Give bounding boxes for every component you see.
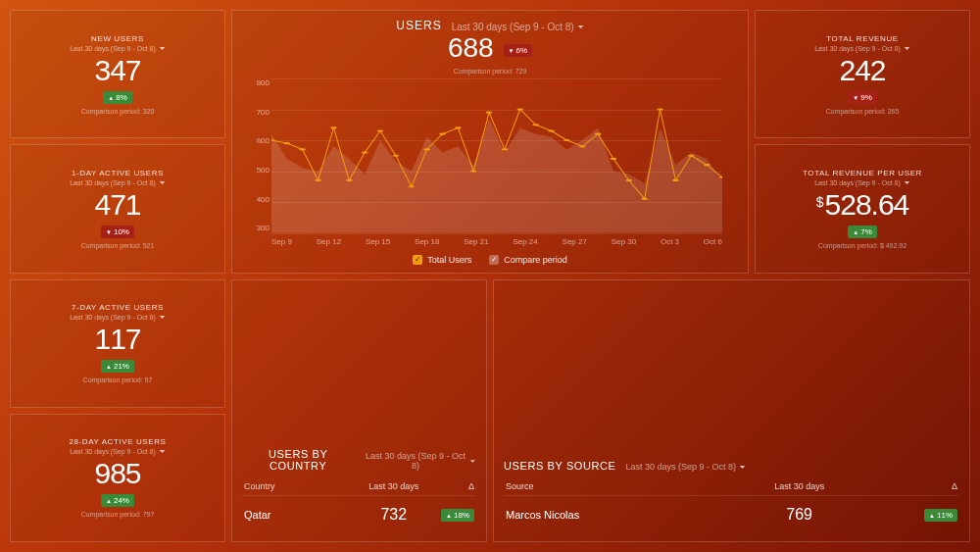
svg-point-22 (611, 158, 616, 160)
row-delta: 11% (867, 508, 957, 522)
col-header: Δ (867, 481, 957, 491)
card-new-users: NEW USERS Last 30 days (Sep 9 - Oct 8) 3… (10, 10, 225, 138)
delta-badge: 9% (848, 91, 877, 104)
svg-point-15 (502, 148, 508, 150)
svg-point-8 (393, 155, 399, 157)
line-chart-svg (271, 78, 722, 233)
card-users-by-country: USERS BY COUNTRY Last 30 days (Sep 9 - O… (231, 279, 487, 543)
comparison-text: Comparison period: 797 (81, 511, 155, 518)
arrow-up-icon (108, 93, 114, 102)
svg-point-10 (423, 148, 429, 150)
svg-point-16 (517, 108, 523, 110)
period-selector[interactable]: Last 30 days (Sep 9 - Oct 8) (70, 45, 166, 52)
svg-point-26 (672, 179, 678, 181)
table-row[interactable]: Marcos Nicolas 769 11% (504, 496, 959, 533)
table-row[interactable]: Qatar 732 18% (242, 496, 476, 533)
stat-value: 985 (94, 457, 140, 490)
row-delta: 18% (428, 508, 474, 522)
chevron-down-icon (577, 24, 584, 30)
period-selector[interactable]: Last 30 days (Sep 9 - Oct 8) (626, 462, 747, 472)
chevron-down-icon (904, 45, 910, 52)
svg-point-6 (362, 151, 368, 153)
chart-plot-area: 800700600500400300 Sep 9Sep 12Sep 15Sep … (271, 78, 722, 251)
table-header-row: Country Last 30 days Δ (242, 477, 476, 496)
arrow-down-icon (106, 227, 112, 236)
svg-point-28 (704, 164, 710, 166)
card-users-by-source: USERS BY SOURCE Last 30 days (Sep 9 - Oc… (493, 279, 970, 543)
period-selector[interactable]: Last 30 days (Sep 9 - Oct 8) (70, 314, 166, 321)
currency-symbol: $ (816, 194, 823, 210)
svg-point-2 (300, 148, 306, 150)
x-axis: Sep 9Sep 12Sep 15Sep 18Sep 21Sep 24Sep 2… (271, 237, 722, 251)
period-selector[interactable]: Last 30 days (Sep 9 - Oct 8) (814, 179, 910, 186)
checkbox-icon: ✓ (413, 255, 422, 265)
delta-badge: 10% (101, 226, 134, 238)
stat-title: 28-DAY ACTIVE USERS (69, 437, 166, 446)
svg-point-13 (470, 170, 476, 172)
delta-badge: 21% (101, 360, 134, 373)
chart-legend: ✓Total Users ✓Compare period (242, 255, 738, 265)
card-revenue-per-user: TOTAL REVENUE PER USER Last 30 days (Sep… (755, 144, 970, 273)
legend-item-total[interactable]: ✓Total Users (413, 255, 471, 265)
col-header: Δ (428, 481, 474, 491)
stat-title: TOTAL REVENUE PER USER (803, 169, 922, 177)
svg-point-23 (626, 179, 632, 181)
period-selector[interactable]: Last 30 days (Sep 9 - Oct 8) (452, 22, 584, 32)
row-value: 732 (360, 506, 429, 524)
svg-point-21 (595, 133, 601, 135)
chevron-down-icon (159, 179, 166, 186)
svg-point-4 (330, 126, 336, 128)
stat-value: 117 (94, 323, 140, 356)
svg-point-20 (579, 145, 585, 147)
stat-title: TOTAL REVENUE (826, 34, 898, 43)
svg-point-5 (346, 179, 352, 181)
stat-value: 471 (94, 188, 140, 222)
legend-item-compare[interactable]: ✓Compare period (489, 255, 567, 265)
stat-title: NEW USERS (91, 34, 144, 43)
comparison-text: Comparison period: 729 (242, 68, 738, 75)
period-selector[interactable]: Last 30 days (Sep 9 - Oct 8) (70, 448, 166, 455)
svg-point-24 (641, 198, 647, 200)
stat-value: $528.64 (816, 188, 909, 222)
arrow-up-icon (106, 496, 112, 505)
arrow-up-icon (106, 362, 112, 371)
col-header: Source (506, 481, 732, 491)
chart-title: USERS (396, 19, 441, 32)
svg-point-27 (688, 155, 694, 157)
delta-badge: 24% (101, 494, 134, 507)
row-name: Marcos Nicolas (506, 509, 732, 521)
period-selector[interactable]: Last 30 days (Sep 9 - Oct 8) (364, 451, 476, 471)
arrow-up-icon (446, 511, 452, 520)
chevron-down-icon (904, 179, 910, 186)
chevron-down-icon (159, 45, 166, 52)
card-28day-active: 28-DAY ACTIVE USERS Last 30 days (Sep 9 … (10, 414, 225, 542)
comparison-text: Comparison period: $ 492.92 (818, 242, 906, 249)
col-header: Country (244, 481, 360, 491)
chevron-down-icon (159, 448, 166, 455)
delta-badge: 8% (103, 91, 132, 104)
stat-value: 347 (94, 54, 140, 87)
comparison-text: Comparison period: 521 (81, 242, 155, 249)
delta-badge: 6% (504, 44, 533, 57)
card-7day-active: 7-DAY ACTIVE USERS Last 30 days (Sep 9 -… (10, 279, 225, 408)
card-users-chart: USERS Last 30 days (Sep 9 - Oct 8) 688 6… (231, 10, 749, 274)
svg-point-1 (284, 142, 290, 144)
stat-value: 242 (839, 54, 885, 87)
comparison-text: Comparison period: 320 (81, 108, 155, 115)
table-header-row: Source Last 30 days Δ (504, 477, 959, 496)
chevron-down-icon (469, 458, 476, 465)
svg-point-25 (657, 108, 662, 110)
stat-title: 7-DAY ACTIVE USERS (72, 303, 164, 312)
arrow-up-icon (853, 227, 858, 236)
svg-point-18 (548, 129, 554, 131)
svg-point-9 (409, 185, 415, 187)
delta-badge: 7% (848, 226, 877, 238)
chart-value: 688 (448, 32, 494, 64)
svg-point-14 (486, 112, 492, 114)
period-selector[interactable]: Last 30 days (Sep 9 - Oct 8) (70, 179, 166, 186)
period-selector[interactable]: Last 30 days (Sep 9 - Oct 8) (814, 45, 910, 52)
comparison-text: Comparison period: 265 (826, 108, 900, 115)
chevron-down-icon (739, 464, 746, 471)
arrow-down-icon (509, 46, 514, 55)
table-title: USERS BY SOURCE (504, 460, 616, 472)
